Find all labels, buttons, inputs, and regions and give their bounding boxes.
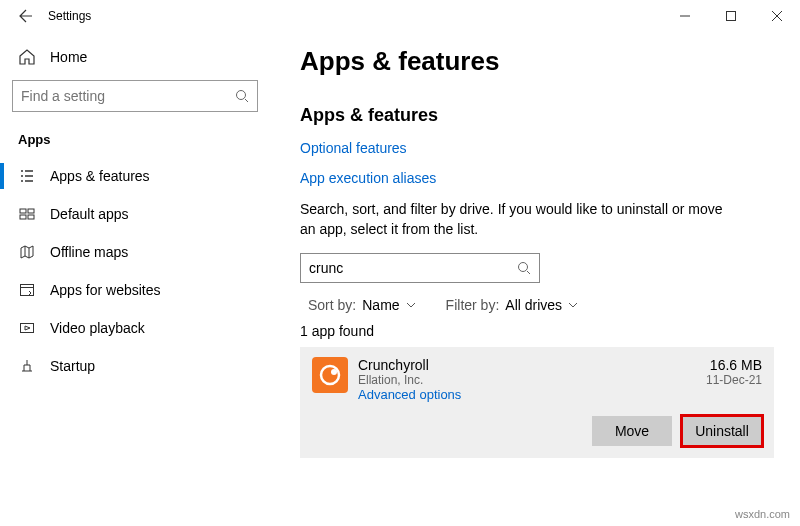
chevron-down-icon (568, 300, 578, 310)
sidebar-item-label: Offline maps (50, 244, 128, 260)
svg-rect-6 (21, 285, 34, 296)
app-date: 11-Dec-21 (706, 373, 762, 387)
advanced-options-link[interactable]: Advanced options (358, 387, 461, 402)
home-label: Home (50, 49, 87, 65)
map-icon (18, 243, 36, 261)
app-publisher: Ellation, Inc. (358, 373, 696, 387)
app-card[interactable]: Crunchyroll Ellation, Inc. Advanced opti… (300, 347, 774, 458)
titlebar: Settings (0, 0, 800, 32)
list-icon (18, 167, 36, 185)
svg-rect-4 (20, 215, 26, 219)
sidebar-item-label: Default apps (50, 206, 129, 222)
app-name: Crunchyroll (358, 357, 696, 373)
sidebar-item-video-playback[interactable]: Video playback (12, 309, 258, 347)
startup-icon (18, 357, 36, 375)
filter-row: Sort by: Name Filter by: All drives (300, 297, 774, 313)
sidebar-item-offline-maps[interactable]: Offline maps (12, 233, 258, 271)
minimize-button[interactable] (662, 0, 708, 32)
filter-value: All drives (505, 297, 562, 313)
app-icon-crunchyroll (312, 357, 348, 393)
sidebar-item-default-apps[interactable]: Default apps (12, 195, 258, 233)
svg-rect-5 (28, 215, 34, 219)
svg-point-8 (519, 263, 528, 272)
svg-rect-3 (28, 209, 34, 213)
svg-point-9 (321, 366, 339, 384)
search-icon (235, 89, 249, 103)
sort-control[interactable]: Sort by: Name (308, 297, 416, 313)
search-icon (517, 261, 531, 275)
settings-search-input[interactable] (21, 88, 235, 104)
main-panel: Apps & features Apps & features Optional… (270, 32, 800, 526)
app-search[interactable] (300, 253, 540, 283)
sidebar-item-label: Apps & features (50, 168, 150, 184)
window-title: Settings (48, 9, 662, 23)
close-button[interactable] (754, 0, 800, 32)
back-button[interactable] (12, 8, 40, 24)
page-title: Apps & features (300, 46, 774, 77)
website-icon (18, 281, 36, 299)
svg-point-10 (331, 369, 337, 375)
optional-features-link[interactable]: Optional features (300, 140, 774, 156)
close-icon (772, 11, 782, 21)
sidebar-item-apps-websites[interactable]: Apps for websites (12, 271, 258, 309)
maximize-icon (726, 11, 736, 21)
app-search-input[interactable] (309, 260, 517, 276)
svg-rect-7 (21, 324, 34, 333)
sidebar-section: Apps (12, 128, 258, 157)
watermark: wsxdn.com (735, 508, 790, 520)
sort-label: Sort by: (308, 297, 356, 313)
sort-value: Name (362, 297, 399, 313)
description-text: Search, sort, and filter by drive. If yo… (300, 200, 730, 239)
filter-control[interactable]: Filter by: All drives (446, 297, 578, 313)
home-icon (18, 48, 36, 66)
settings-search[interactable] (12, 80, 258, 112)
window-controls (662, 0, 800, 32)
chevron-down-icon (406, 300, 416, 310)
maximize-button[interactable] (708, 0, 754, 32)
results-count: 1 app found (300, 323, 774, 339)
sidebar-item-apps-features[interactable]: Apps & features (12, 157, 258, 195)
sidebar-item-label: Apps for websites (50, 282, 161, 298)
arrow-left-icon (18, 8, 34, 24)
app-execution-aliases-link[interactable]: App execution aliases (300, 170, 774, 186)
sidebar-item-startup[interactable]: Startup (12, 347, 258, 385)
video-icon (18, 319, 36, 337)
svg-rect-2 (20, 209, 26, 213)
svg-rect-0 (727, 12, 736, 21)
svg-point-1 (237, 91, 246, 100)
sidebar-nav: Apps & features Default apps Offline map… (12, 157, 258, 385)
filter-label: Filter by: (446, 297, 500, 313)
sidebar: Home Apps Apps & features Default apps (0, 32, 270, 526)
app-size: 16.6 MB (706, 357, 762, 373)
move-button[interactable]: Move (592, 416, 672, 446)
sidebar-item-label: Video playback (50, 320, 145, 336)
defaults-icon (18, 205, 36, 223)
section-title: Apps & features (300, 105, 774, 126)
sidebar-item-label: Startup (50, 358, 95, 374)
home-nav[interactable]: Home (12, 40, 258, 80)
minimize-icon (680, 11, 690, 21)
uninstall-button[interactable]: Uninstall (682, 416, 762, 446)
